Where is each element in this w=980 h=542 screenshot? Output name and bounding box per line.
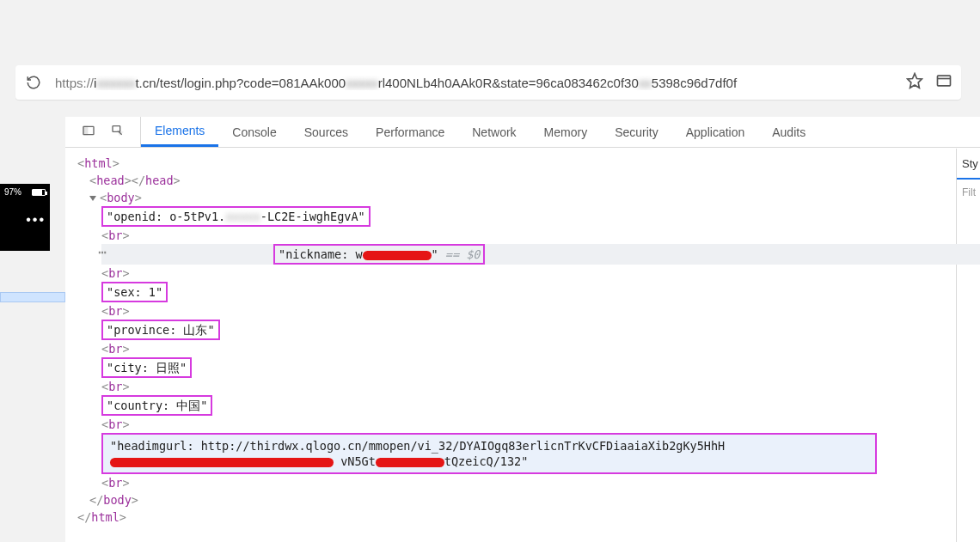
text-nickname-selected[interactable]: ⋯ "nickname: w" == $0 (101, 244, 980, 265)
devtools-panel: Elements Console Sources Performance Net… (65, 117, 980, 542)
br-node[interactable]: <br> (101, 302, 951, 320)
br-node[interactable]: <br> (101, 474, 951, 491)
redacted-blob (376, 458, 444, 467)
text-province[interactable]: "province: 山东" (101, 320, 951, 340)
tab-console[interactable]: Console (218, 117, 290, 147)
favorite-icon[interactable] (906, 72, 923, 93)
br-node[interactable]: <br> (101, 416, 951, 433)
tab-network[interactable]: Network (458, 117, 530, 147)
styles-filter[interactable]: Filt (957, 180, 980, 198)
selected-indicator: == $0 (445, 247, 481, 261)
svg-rect-4 (83, 126, 88, 134)
address-bar: https://ixxxxxxt.cn/test/login.php?code=… (15, 65, 961, 100)
reload-button[interactable] (24, 73, 43, 92)
br-node[interactable]: <br> (101, 265, 951, 282)
url-scheme: https:// (55, 76, 94, 90)
body-open[interactable]: <body> (89, 189, 951, 206)
caret-down-icon[interactable] (89, 196, 96, 201)
text-headimgurl[interactable]: "headimgurl: http://thirdwx.qlogo.cn/mmo… (101, 433, 951, 474)
secondary-preview-thumb[interactable] (0, 292, 65, 302)
inspect-element-icon[interactable] (111, 124, 125, 140)
lower-area: 97% ••• (0, 117, 980, 542)
br-node[interactable]: <br> (101, 227, 951, 244)
devtools-toolbar: Elements Console Sources Performance Net… (65, 117, 980, 148)
url-text[interactable]: https://ixxxxxxt.cn/test/login.php?code=… (55, 76, 899, 90)
tab-memory[interactable]: Memory (530, 117, 602, 147)
tab-security[interactable]: Security (601, 117, 672, 147)
svg-marker-0 (908, 74, 922, 88)
battery-label: 97% (4, 187, 21, 197)
tab-audits[interactable]: Audits (758, 117, 819, 147)
text-city[interactable]: "city: 日照" (101, 357, 951, 378)
html-open[interactable]: <html> (77, 155, 951, 172)
redacted-blob (110, 458, 334, 467)
tab-sources[interactable]: Sources (291, 117, 362, 147)
row-actions-icon[interactable]: ⋯ (98, 244, 107, 261)
text-openid[interactable]: "openid: o-5tPv1.xxxxx-LC2E-iwghEgvA" (101, 206, 951, 227)
tab-application[interactable]: Application (672, 117, 759, 147)
battery-icon (32, 189, 46, 196)
text-sex[interactable]: "sex: 1" (101, 282, 951, 302)
dom-tree[interactable]: <html> <head></head> <body> "openid: o-5… (77, 155, 951, 526)
br-node[interactable]: <br> (101, 378, 951, 395)
redacted-blob (363, 251, 432, 260)
body-close[interactable]: </body> (89, 491, 951, 509)
styles-side-panel: Sty Filt (956, 149, 980, 542)
side-column: 97% ••• (0, 117, 65, 542)
dock-side-icon[interactable] (82, 124, 95, 140)
more-dots-icon: ••• (4, 212, 46, 228)
phone-preview-thumb[interactable]: 97% ••• (0, 184, 50, 251)
tab-performance[interactable]: Performance (362, 117, 458, 147)
styles-tab[interactable]: Sty (957, 149, 980, 180)
tab-elements[interactable]: Elements (141, 117, 218, 147)
head-node[interactable]: <head></head> (89, 172, 951, 189)
devtools-tabs: Elements Console Sources Performance Net… (141, 117, 819, 147)
br-node[interactable]: <br> (101, 340, 951, 357)
svg-rect-1 (938, 76, 951, 86)
html-close[interactable]: </html> (77, 509, 951, 526)
hub-icon[interactable] (935, 72, 952, 93)
text-country[interactable]: "country: 中国" (101, 395, 951, 416)
